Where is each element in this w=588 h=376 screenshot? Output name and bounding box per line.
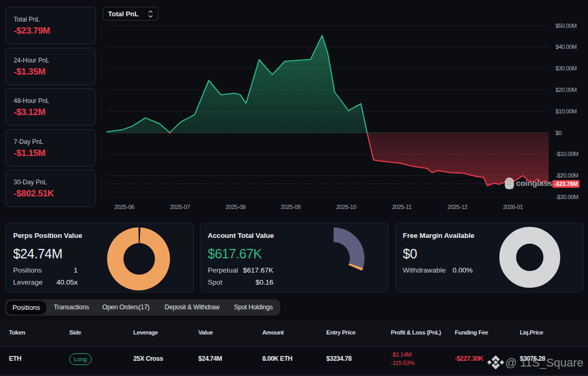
svg-text:$10.00M: $10.00M bbox=[555, 108, 577, 114]
svg-text:-$30.00M: -$30.00M bbox=[555, 194, 579, 200]
svg-text:-$23.78M: -$23.78M bbox=[554, 181, 578, 187]
svg-text:2025-07: 2025-07 bbox=[170, 204, 190, 210]
svg-text:2025-09: 2025-09 bbox=[281, 204, 301, 210]
svg-text:$20.00M: $20.00M bbox=[555, 87, 577, 93]
svg-text:$40.00M: $40.00M bbox=[555, 44, 577, 50]
svg-text:-$20.00M: -$20.00M bbox=[555, 172, 579, 179]
svg-text:2026-01: 2026-01 bbox=[503, 204, 523, 210]
svg-text:2025-12: 2025-12 bbox=[447, 204, 467, 210]
svg-text:2025-06: 2025-06 bbox=[114, 204, 134, 210]
svg-text:-$10.00M: -$10.00M bbox=[555, 151, 579, 157]
svg-text:2025-08: 2025-08 bbox=[226, 204, 245, 210]
svg-text:2025-11: 2025-11 bbox=[392, 204, 411, 210]
svg-text:coinglass: coinglass bbox=[516, 179, 552, 187]
svg-text:$50.00M: $50.00M bbox=[555, 23, 577, 29]
svg-text:$0: $0 bbox=[555, 130, 562, 136]
svg-text:2025-10: 2025-10 bbox=[336, 204, 356, 210]
svg-text:$30.00M: $30.00M bbox=[555, 65, 577, 71]
